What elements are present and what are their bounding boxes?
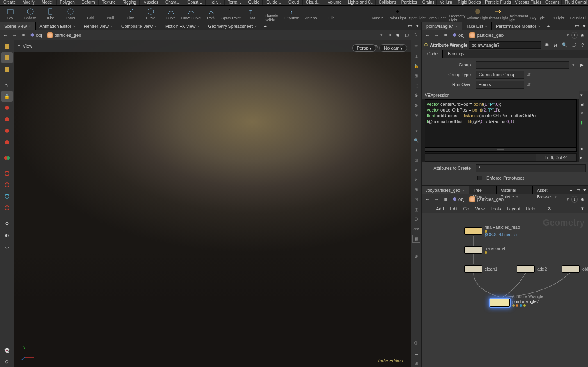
menu-Model[interactable]: Model [38, 0, 56, 5]
tool-red3-icon[interactable] [1, 125, 13, 136]
grouptype-select[interactable]: Guess from Group [476, 71, 524, 79]
ltab-RenderView[interactable]: Render View× [80, 22, 117, 30]
subtab-code[interactable]: Code [422, 50, 443, 58]
nmenu-Go[interactable]: Go [463, 206, 469, 211]
hdr-sun-icon[interactable]: ✺ [543, 41, 550, 49]
tool-cir-icon[interactable]: ◐ [1, 230, 13, 240]
shelf-meta[interactable]: Metaball [301, 6, 321, 22]
cs-3-icon[interactable]: ✎ [580, 111, 587, 117]
hdr-help-icon[interactable]: ? [579, 41, 586, 49]
menu-Modify[interactable]: Modify [19, 0, 38, 5]
flag-icon[interactable]: ⚐ [412, 31, 420, 39]
view-label[interactable]: View [23, 43, 32, 48]
ntab-3[interactable]: Asset Browser× [533, 186, 567, 194]
tab-add[interactable]: + [261, 23, 269, 30]
nglobe-icon[interactable]: ◉ [579, 195, 587, 203]
cs-2-icon[interactable]: ⊞ [580, 102, 587, 108]
nnav-back[interactable]: ← [424, 195, 432, 203]
menu2-ViscousFluids[interactable]: Viscous Fluids [512, 0, 542, 5]
menu-Muscles[interactable]: Muscles [140, 0, 162, 5]
ltab-MotionFXView[interactable]: Motion FX View× [161, 22, 204, 30]
node-gear-icon[interactable]: ⚙ [424, 42, 428, 48]
pin-badge[interactable]: 1 [571, 32, 578, 39]
menu2-RigidBodies[interactable]: Rigid Bodies [454, 0, 482, 5]
persp-badge[interactable]: Persp ▾ [352, 44, 376, 52]
viewport[interactable]: ≡ View ↖ ⤡ ⇄ Persp ▾ No cam ▾ y [14, 40, 411, 367]
ltab-AnimationEditor[interactable]: Animation Editor× [36, 22, 80, 30]
tool-red1-icon[interactable] [1, 103, 13, 113]
network-view[interactable]: Geometry finalParticles_read$OS.$F4.bgeo… [422, 213, 588, 367]
view-menu-icon[interactable]: ≡ [18, 43, 20, 48]
node-obj[interactable]: obj [562, 265, 588, 273]
menu2-Particles[interactable]: Particles [398, 0, 419, 5]
npath-obj[interactable]: ⬢obj [450, 196, 467, 202]
shelf-gil[interactable]: GI Light [548, 6, 568, 22]
node-pointwrangle7[interactable]: pointwrangle7 [490, 299, 539, 307]
shelf-file[interactable]: File [321, 6, 342, 22]
menu2-LightsandC[interactable]: Lights and C… [344, 0, 376, 5]
shelf-plat[interactable]: PlatonicSolids [261, 6, 281, 22]
tool-pal-icon[interactable] [1, 153, 13, 163]
hdr-h-icon[interactable]: H [552, 41, 559, 49]
cs-6-icon[interactable]: ▸ [580, 155, 587, 162]
node-transform4[interactable]: transform4 [464, 246, 505, 254]
menu-Texture[interactable]: Texture [99, 0, 119, 5]
select-arrow-icon[interactable]: ↖ [1, 80, 13, 90]
shelf-box[interactable]: Box [0, 6, 20, 22]
vr-globe-icon[interactable]: ⊕ [412, 101, 420, 109]
tool-o3-icon[interactable] [1, 191, 13, 202]
vr-light-icon[interactable]: ✦ [412, 146, 420, 154]
shelf-line[interactable]: Line [121, 6, 141, 22]
nmenu-dd-icon[interactable]: ≡ [425, 205, 430, 212]
node-add2[interactable]: add2 [517, 265, 547, 273]
cs-5-icon[interactable]: ◂ [580, 146, 587, 153]
menu-Chara[interactable]: Chara… [162, 0, 184, 5]
path-geo[interactable]: particles_geo [45, 32, 84, 38]
nnav-hist-icon[interactable]: ≡ [442, 195, 450, 203]
cs-1-icon[interactable]: ▾ [580, 93, 587, 99]
vr-bars-icon[interactable]: ☰ [412, 349, 420, 357]
pane-menu-icon[interactable]: ▾ [414, 23, 421, 30]
tool-red2-icon[interactable] [1, 114, 13, 125]
hdr-info-icon[interactable]: ⓘ [570, 41, 577, 49]
tool-o1-icon[interactable] [1, 168, 13, 179]
pnav-hist-icon[interactable]: ≡ [442, 31, 450, 39]
runover-select[interactable]: Points [476, 81, 524, 89]
menu2-Vellum[interactable]: Vellum [437, 0, 455, 5]
vr-14-icon[interactable]: ✕ [412, 176, 420, 184]
vr-guides-icon[interactable]: ⊕ [412, 252, 420, 260]
vr-17-icon[interactable]: ◫ [412, 205, 420, 213]
globe2-icon[interactable]: ◉ [579, 31, 587, 39]
vr-sel-icon[interactable]: ◫ [412, 52, 420, 60]
shelf-gel[interactable]: GeometryLight [447, 6, 467, 22]
rtab-PerformanceMonitor[interactable]: Performance Monitor× [492, 22, 545, 30]
npane-menu-icon[interactable]: ▾ [581, 187, 588, 194]
rtab-pointwrangle7[interactable]: pointwrangle7× [422, 22, 462, 30]
shelf-torus[interactable]: Torus [60, 6, 80, 22]
shelf-spl[interactable]: Spot Light [407, 6, 427, 22]
tool-o2-icon[interactable] [1, 180, 13, 190]
hdr-search-icon[interactable]: 🔍 [561, 41, 568, 49]
runover-dd[interactable]: ⇵ [526, 82, 531, 87]
shelf-sky[interactable]: Sky Light [528, 6, 548, 22]
box-icon[interactable]: ▢ [403, 31, 411, 39]
shelf-cal[interactable]: Caustic Li [568, 6, 588, 22]
nbar-2-icon[interactable]: ≡ [558, 205, 563, 212]
menu-Deform[interactable]: Deform [78, 0, 99, 5]
vr-cplane-icon[interactable]: ⊡ [412, 156, 420, 164]
menu-Hair[interactable]: Hair… [206, 0, 224, 5]
menu-Polygon[interactable]: Polygon [57, 0, 78, 5]
menu2-ParticleFluids[interactable]: Particle Fluids [482, 0, 512, 5]
rtab-add[interactable]: + [545, 23, 552, 30]
lock-icon[interactable]: 🔒 [1, 91, 13, 102]
vr-zoom-icon[interactable]: 🔍 [412, 136, 420, 144]
npin-badge[interactable]: 1 [571, 196, 578, 203]
snap-pts-icon[interactable] [1, 64, 13, 75]
path-dd[interactable]: ▾ [380, 32, 384, 38]
shelf-drawcurve[interactable]: Draw Curve [181, 6, 201, 22]
menu2-Grains[interactable]: Grains [419, 0, 437, 5]
group-input[interactable] [476, 61, 569, 69]
tool-cup-icon[interactable]: ◡ [1, 241, 13, 252]
nav-back[interactable]: ← [1, 31, 9, 39]
vex-code-editor[interactable]: vector centerOrbPos = point(1,"P",0);vec… [425, 99, 577, 148]
